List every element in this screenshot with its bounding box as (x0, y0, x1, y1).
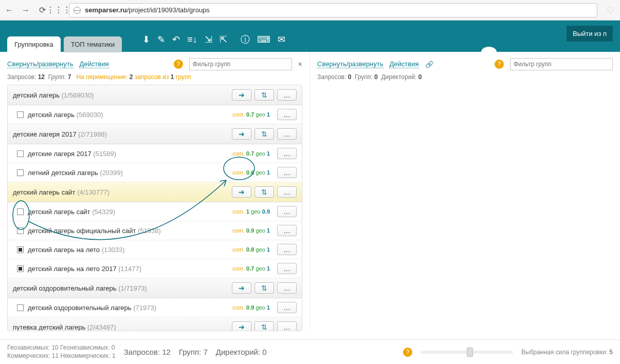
keyword-more-icon[interactable]: … (277, 225, 297, 236)
keyword-label: детский лагерь официальный сайт (51938) (28, 227, 228, 235)
move-right-icon[interactable]: ➔ (232, 186, 251, 198)
apps-icon[interactable]: ⋮⋮⋮ (52, 4, 65, 16)
keyword-metrics: com. 0.6 geo 1 (232, 169, 270, 176)
keyword-label: детский оздоровительный лагерь (71973) (28, 304, 228, 312)
toolbar: ⬇ ✎ ↶ ≡↓ ⇲ ⇱ ⓘ ⌨ ✉ (142, 33, 285, 46)
keyword-metrics: com. 0.7 geo 1 (232, 150, 270, 157)
keyword-metrics: com. 1 geo 0.9 (232, 208, 270, 215)
group-header[interactable]: детские лагеря 2017 (2/71988)➔⇅… (8, 124, 302, 144)
logout-button[interactable]: Выйти из п (567, 26, 613, 42)
group-title: детские лагеря 2017 (2/71988) (13, 130, 229, 138)
sort-toggle-icon[interactable]: ⇅ (254, 128, 274, 140)
keyword-row: детский лагерь (569030)com. 0.7 geo 1… (8, 105, 302, 124)
keyword-metrics: com. 0.9 geo 1 (232, 227, 270, 234)
group-title: детский лагерь (1/569030) (13, 91, 229, 99)
mail-icon[interactable]: ✉ (278, 34, 285, 45)
stats-left: Запросов: 12 Групп: 7 На перемещение: 2 … (7, 73, 302, 81)
keyword-more-icon[interactable]: … (277, 302, 297, 313)
keyword-checkbox[interactable] (17, 169, 24, 176)
group-header[interactable]: детский лагерь (1/569030)➔⇅… (8, 85, 302, 105)
keyword-row: детские лагеря 2017 (51589)com. 0.7 geo … (8, 144, 302, 163)
move-right-icon[interactable]: ➔ (232, 321, 251, 331)
group-header[interactable]: детский оздоровительный лагерь (1/71973)… (8, 278, 302, 298)
more-icon[interactable]: … (277, 186, 297, 198)
keyword-row: детский лагерь официальный сайт (51938)c… (8, 221, 302, 240)
group-header[interactable]: путевка детский лагерь (2/43497)➔⇅… (8, 317, 302, 331)
toggle-all-right[interactable]: Свернуть/развернуть (317, 60, 384, 68)
keyword-label: детский лагерь на лето (13033) (28, 246, 228, 254)
globe-icon (74, 7, 81, 14)
keyword-label: детский лагерь на лето 2017 (11477) (28, 265, 228, 273)
download-icon[interactable]: ⬇ (142, 34, 150, 45)
actions-right[interactable]: Действия (390, 60, 419, 68)
keyword-metrics: com. 0.8 geo 1 (232, 246, 270, 253)
keyword-checkbox[interactable] (17, 265, 24, 272)
help-icon-right[interactable]: ? (495, 60, 504, 69)
sort-toggle-icon[interactable]: ⇅ (254, 321, 274, 331)
toggle-all-left[interactable]: Свернуть/развернуть (7, 60, 74, 68)
tab-grouping[interactable]: Группировка (7, 36, 61, 52)
browser-chrome: ← → ⟳ ⋮⋮⋮ semparser.ru/project/id/19093/… (0, 0, 620, 21)
keyword-checkbox[interactable] (17, 150, 24, 157)
actions-left[interactable]: Действия (80, 60, 109, 68)
keyword-row: детский лагерь на лето 2017 (11477)com. … (8, 259, 302, 278)
move-right-icon[interactable]: ➔ (232, 128, 251, 140)
keyword-more-icon[interactable]: … (277, 244, 297, 255)
filter-groups-left[interactable] (189, 58, 292, 70)
app-header: Группировка ТОП тематики ⬇ ✎ ↶ ≡↓ ⇲ ⇱ ⓘ … (0, 21, 620, 52)
keyword-more-icon[interactable]: … (277, 206, 297, 217)
sort-toggle-icon[interactable]: ⇅ (254, 89, 274, 101)
help-icon[interactable]: ? (174, 60, 183, 69)
more-icon[interactable]: … (277, 321, 297, 331)
keyword-checkbox[interactable] (17, 208, 24, 215)
link-icon[interactable]: 🔗 (425, 61, 433, 68)
sort-toggle-icon[interactable]: ⇅ (254, 282, 274, 294)
group-title: путевка детский лагерь (2/43497) (13, 323, 229, 331)
keyword-more-icon[interactable]: … (277, 167, 297, 178)
keyword-checkbox[interactable] (17, 304, 24, 311)
groups-scroll[interactable]: детский лагерь (1/569030)➔⇅…детский лаге… (7, 85, 302, 331)
keyword-label: детские лагеря 2017 (51589) (28, 150, 228, 158)
filter-groups-right[interactable] (510, 58, 613, 70)
sort-icon[interactable]: ≡↓ (187, 34, 197, 45)
keyword-metrics: com. 0.7 geo 1 (232, 265, 270, 272)
keyword-more-icon[interactable]: … (277, 148, 297, 159)
group-header[interactable]: детский лагерь сайт (4/130777)➔⇅… (8, 182, 302, 202)
keyword-checkbox[interactable] (17, 246, 24, 253)
keyword-label: детский лагерь (569030) (28, 111, 228, 119)
forward-icon[interactable]: → (20, 4, 32, 16)
move-right-icon[interactable]: ➔ (232, 89, 251, 101)
keyword-checkbox[interactable] (17, 227, 24, 234)
main-tabs: Группировка ТОП тематики (7, 36, 122, 52)
more-icon[interactable]: … (277, 128, 297, 140)
group-title: детский лагерь сайт (4/130777) (13, 188, 229, 196)
keyword-more-icon[interactable]: … (277, 109, 297, 120)
keyword-label: летний детский лагерь (20399) (28, 169, 228, 177)
export-icon[interactable]: ⇲ (205, 34, 212, 45)
favorite-icon[interactable]: ♡ (605, 4, 617, 16)
keyboard-icon[interactable]: ⌨ (257, 34, 270, 45)
group-title: детский оздоровительный лагерь (1/71973) (13, 284, 229, 292)
keyword-checkbox[interactable] (17, 111, 24, 118)
sort-toggle-icon[interactable]: ⇅ (254, 186, 274, 198)
move-right-icon[interactable]: ➔ (232, 282, 251, 294)
keyword-row: детский лагерь сайт (54329)com. 1 geo 0.… (8, 202, 302, 221)
back-icon[interactable]: ← (3, 4, 15, 16)
tab-top-topics[interactable]: ТОП тематики (64, 36, 122, 52)
info-icon[interactable]: ⓘ (241, 33, 250, 46)
clear-filter-icon[interactable]: × (298, 60, 302, 68)
keyword-row: детский лагерь на лето (13033)com. 0.8 g… (8, 240, 302, 259)
more-icon[interactable]: … (277, 89, 297, 101)
undo-icon[interactable]: ↶ (172, 34, 180, 45)
keyword-row: детский оздоровительный лагерь (71973)co… (8, 298, 302, 317)
edit-icon[interactable]: ✎ (157, 34, 165, 45)
keyword-row: летний детский лагерь (20399)com. 0.6 ge… (8, 163, 302, 182)
keyword-label: детский лагерь сайт (54329) (28, 208, 228, 216)
right-panel: Свернуть/развернуть Действия 🔗 ? Запросо… (310, 52, 620, 331)
left-panel: Свернуть/развернуть Действия ? × Запросо… (0, 52, 310, 331)
import-icon[interactable]: ⇱ (220, 34, 227, 45)
address-bar[interactable]: semparser.ru/project/id/19093/tab/groups (69, 3, 597, 17)
more-icon[interactable]: … (277, 282, 297, 294)
keyword-more-icon[interactable]: … (277, 263, 297, 274)
keyword-metrics: com. 0.9 geo 1 (232, 304, 270, 311)
